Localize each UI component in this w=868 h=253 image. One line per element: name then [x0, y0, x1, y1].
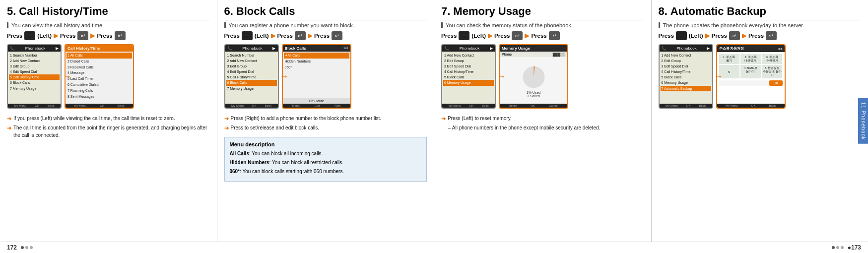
page-footer: 172 ●173	[0, 242, 868, 253]
dot	[841, 246, 844, 249]
screen-5-1-header: 📞 Phonebook ▶	[8, 45, 61, 52]
backup-cell: 2. 주소록내려받기	[740, 54, 761, 64]
list-item: 4 Call History/Time	[443, 69, 494, 74]
page-dots-right	[832, 246, 844, 249]
detail-screen-5: Call History/Time 1 All Calls 2 Dialed C…	[65, 44, 134, 109]
key-6-6: 6⁺	[332, 31, 342, 40]
detail-list-item: 8 Sent Messages	[67, 94, 132, 100]
detail-5-list: 1 All Calls 2 Dialed Calls 3 Received Ca…	[66, 52, 133, 104]
detail-list-item: 060*	[284, 64, 349, 70]
dot	[836, 246, 839, 249]
detail-6-list: ✦All Calls Hidden Numbers 060*	[283, 52, 350, 98]
backup-cell: 4. NATE로올가기	[740, 65, 761, 78]
arrow-7: →	[497, 71, 506, 82]
screen-6-1-footer: My MenuOKBack	[225, 104, 278, 108]
screen-6-1-header: 📞 Phonebook ▶	[225, 45, 278, 52]
press-label-1: Press	[224, 33, 240, 39]
left-key-1: —	[24, 31, 35, 40]
backup-cell: 5. 환경설정수용성내 올가기	[762, 65, 782, 78]
list-item: 7 Memory Usage	[9, 86, 60, 91]
detail-list-item: 2 Dialed Calls	[67, 59, 132, 64]
screen-8-1-list: 1 Add New Contact 2 Edit Group 3 Edit Sp…	[660, 52, 712, 104]
section-8-title: 8. Automatic Backup	[659, 5, 862, 18]
detail-7-title: Memory Usage	[500, 45, 567, 52]
list-item: 5 Call History/Time	[226, 74, 277, 80]
page-number-right: ●173	[848, 244, 861, 251]
detail-6-title: Block Calls1/3	[283, 45, 350, 52]
list-item: 1 Add New Contact	[661, 53, 711, 58]
page-dots-left	[21, 246, 33, 249]
section-8-screens: 📞 Phonebook ▶ 1 Add New Contact 2 Edit G…	[659, 44, 862, 109]
list-item: 6 Block Calls	[9, 80, 60, 85]
detail-6-footer: MenuEditNew	[283, 104, 350, 108]
left-label-1: (Left)	[37, 33, 52, 39]
list-item: 3 Edit Group	[226, 63, 277, 69]
section-5-heading: Call History/Time	[19, 5, 108, 18]
press-label-1: Press	[7, 33, 22, 39]
list-item-highlighted: 6 Block Calls	[226, 80, 277, 85]
list-item: 2 Edit Group	[661, 58, 711, 63]
list-item: 1 Search Number	[226, 53, 277, 58]
phone-screen-5-1: 📞 Phonebook ▶ 1 Search Number 2 Add New …	[7, 44, 62, 109]
screen-7-1-footer: My MenuOKBack	[442, 104, 495, 108]
backup-cell: 1. 주소록풀기	[719, 54, 739, 64]
section-6-heading: Block Calls	[236, 5, 295, 18]
dot	[30, 246, 33, 249]
detail-7-footer: ResetOKCancel	[500, 104, 567, 108]
phone-screen-8-1: 📞 Phonebook ▶ 1 Add New Contact 2 Edit G…	[659, 44, 713, 109]
key-9-8: 9⁺	[766, 31, 777, 40]
detail-screen-7: Memory Usage Phone▓▓▓░░ 1% Used 3 Saved	[499, 44, 568, 109]
detail-list-item: 5 Last Call Timer	[67, 76, 132, 82]
backup-cell: 3. 주소록수련하기	[762, 54, 782, 64]
section-7-subtitle: You can check the memory status of the p…	[441, 22, 644, 28]
left-key-6: —	[242, 31, 253, 40]
section-7: 7. Memory Usage You can check the memory…	[434, 0, 652, 242]
press-label-3: Press	[97, 33, 112, 39]
backup-grid-area: 1. 주소록풀기 2. 주소록내려받기 3. 주소록수련하기 N 4. NATE…	[717, 52, 785, 104]
sidebar-phonebook: 11 Phonebook	[858, 98, 868, 144]
arrow-8: →	[714, 71, 723, 82]
key-8-7: 8⁺	[512, 31, 523, 40]
detail-8-title: 주소록 자동저장 ■■	[717, 45, 785, 52]
list-item: 2 Edit Group	[443, 58, 494, 63]
list-item: 5 Block Calls	[661, 74, 711, 80]
section-6-notes: ➔ Press (Right) to add a phone number to…	[224, 115, 427, 133]
detail-list-item: 6 Cumulative Dialed	[67, 82, 132, 88]
press-label-2: Press	[60, 33, 75, 39]
menu-description: Menu description All Calls: You can bloc…	[224, 137, 427, 182]
left-key-8: —	[676, 31, 687, 40]
list-item: 1 Search Number	[9, 53, 60, 58]
key-3-8: 3⁺	[729, 31, 740, 40]
detail-7-subtitle: Phone▓▓▓░░	[500, 52, 567, 57]
phone-screen-6-1: 📞 Phonebook ▶ 1 Search Number 2 Add New …	[224, 44, 279, 109]
pie-chart-area: 1% Used 3 Saved	[500, 57, 567, 104]
list-item: 4 Edit Speed Dial	[9, 69, 60, 74]
screen-7-1-header: 📞 Phonebook ▶	[442, 45, 495, 52]
key-8-6: 8⁺	[295, 31, 306, 40]
list-item: 5 Block Calls	[443, 74, 494, 80]
dot	[25, 246, 28, 249]
list-item-highlighted: 7 Automatic Backup	[661, 86, 711, 91]
page-number-left: 172	[7, 244, 17, 251]
menu-desc-item-3: 060*: You can block calls starting with …	[230, 168, 422, 175]
list-item: 2 Add New Contact	[226, 58, 277, 63]
section-7-press-row: Press — (Left) ▶ Press 8⁺ ▶ Press 7⁺	[441, 31, 644, 40]
list-item: 6 Memory Usage	[661, 80, 711, 85]
list-item: 1 Add New Contact	[443, 53, 494, 58]
note-item: ➔ Press (Left) to reset memory.	[441, 115, 644, 123]
detail-screen-6: Block Calls1/3 ✦All Calls Hidden Numbers…	[282, 44, 351, 109]
section-5-subtitle: You can view the call history and time.	[7, 22, 210, 28]
ok-button-row: OK	[719, 80, 783, 86]
list-item-highlighted: 5 Call History/Time	[9, 74, 60, 80]
section-6-number: 6.	[224, 5, 233, 18]
section-6-press-row: Press — (Left) ▶ Press 8⁺ ▶ Press 6⁺	[224, 31, 427, 40]
detail-list-item: ✦All Calls	[284, 53, 349, 59]
note-item: ➔ Press to set/release and edit block ca…	[224, 124, 427, 132]
section-8-heading: Automatic Backup	[670, 5, 766, 18]
dot	[21, 246, 24, 249]
ok-btn[interactable]: OK	[769, 80, 782, 86]
detail-list-item: 4 Message	[67, 70, 132, 76]
backup-grid: 1. 주소록풀기 2. 주소록내려받기 3. 주소록수련하기 N 4. NATE…	[719, 54, 783, 78]
section-6-subtitle: You can register a phone number you want…	[224, 22, 427, 28]
note-item: – All phone numbers in the phone except …	[441, 124, 644, 131]
